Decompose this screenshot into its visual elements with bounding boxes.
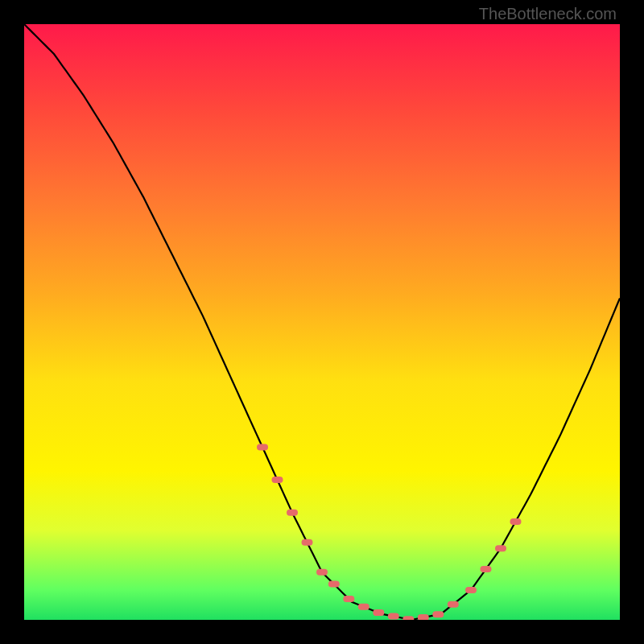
marker-dot — [510, 518, 522, 525]
watermark-text: TheBottleneck.com — [479, 5, 617, 23]
chart-container: TheBottleneck.com — [0, 0, 644, 644]
marker-dot — [418, 614, 429, 620]
marker-dot — [302, 539, 313, 546]
line-path — [24, 24, 620, 620]
marker-dot — [402, 616, 414, 620]
main-curve — [24, 24, 620, 620]
marker-dot — [343, 596, 354, 602]
marker-dot — [495, 545, 506, 551]
marker-dot — [481, 566, 492, 572]
marker-dot — [328, 581, 340, 588]
curve-svg — [24, 24, 620, 620]
marker-dot — [432, 611, 444, 617]
marker-dot — [465, 587, 477, 593]
marker-dot — [358, 604, 369, 610]
marker-dot — [448, 601, 459, 608]
marker-dot — [373, 609, 384, 616]
data-markers — [257, 444, 522, 620]
marker-dot — [257, 444, 268, 450]
marker-dot — [287, 510, 298, 516]
marker-dot — [272, 477, 283, 483]
marker-dot — [388, 613, 399, 620]
plot-area — [24, 24, 620, 620]
marker-dot — [316, 569, 328, 576]
